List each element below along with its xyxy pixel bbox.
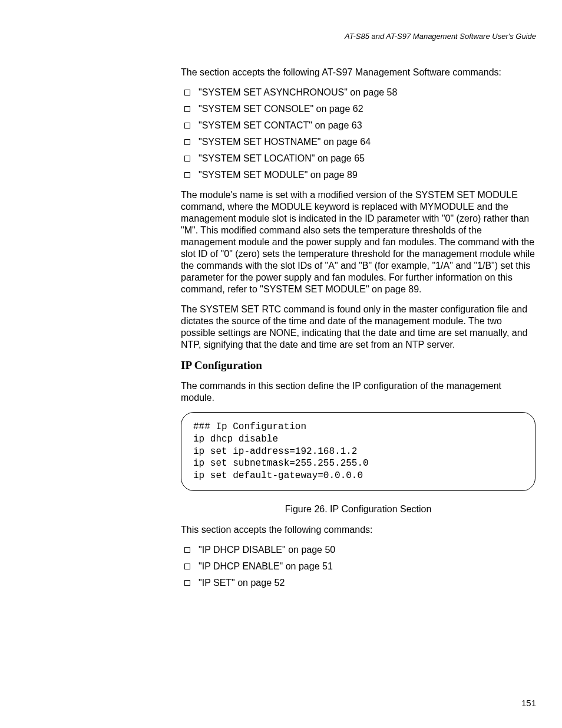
page-header: AT-S85 and AT-S97 Management Software Us… — [345, 32, 536, 41]
ip-configuration-heading: IP Configuration — [181, 359, 535, 372]
list-item: "IP DHCP ENABLE" on page 51 — [181, 561, 535, 572]
list-item: "IP DHCP DISABLE" on page 50 — [181, 544, 535, 556]
list-item: "SYSTEM SET LOCATION" on page 65 — [181, 153, 535, 164]
code-block: ### Ip Configuration ip dhcp disable ip … — [181, 412, 535, 491]
accepts-paragraph: This section accepts the following comma… — [181, 524, 535, 536]
command-list-2: "IP DHCP DISABLE" on page 50 "IP DHCP EN… — [181, 544, 535, 589]
module-paragraph: The module's name is set with a modified… — [181, 189, 535, 295]
intro-paragraph: The section accepts the following AT-S97… — [181, 67, 535, 78]
rtc-paragraph: The SYSTEM SET RTC command is found only… — [181, 304, 535, 351]
ip-intro-paragraph: The commands in this section define the … — [181, 380, 535, 404]
list-item: "SYSTEM SET CONSOLE" on page 62 — [181, 103, 535, 115]
page-number: 151 — [521, 698, 536, 708]
figure-caption: Figure 26. IP Configuration Section — [181, 504, 535, 515]
list-item: "SYSTEM SET HOSTNAME" on page 64 — [181, 136, 535, 148]
list-item: "SYSTEM SET CONTACT" on page 63 — [181, 120, 535, 131]
page-content: The section accepts the following AT-S97… — [181, 67, 535, 597]
command-list-1: "SYSTEM SET ASYNCHRONOUS" on page 58 "SY… — [181, 87, 535, 181]
list-item: "SYSTEM SET ASYNCHRONOUS" on page 58 — [181, 87, 535, 98]
list-item: "SYSTEM SET MODULE" on page 89 — [181, 169, 535, 181]
list-item: "IP SET" on page 52 — [181, 577, 535, 589]
